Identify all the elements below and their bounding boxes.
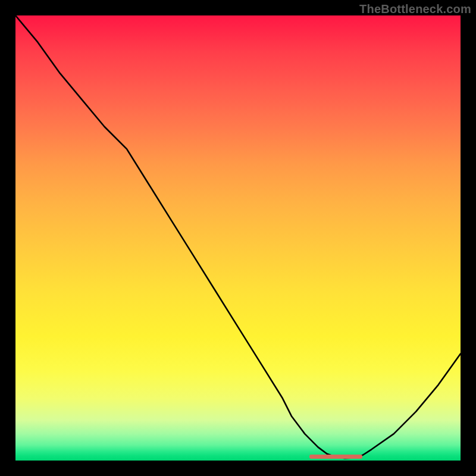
- bottleneck-curve: [15, 15, 461, 458]
- attribution-text: TheBottleneck.com: [359, 2, 471, 16]
- chart-plot-area: [15, 15, 461, 461]
- chart-curve-svg: [15, 15, 461, 461]
- chart-frame: TheBottleneck.com: [0, 0, 476, 476]
